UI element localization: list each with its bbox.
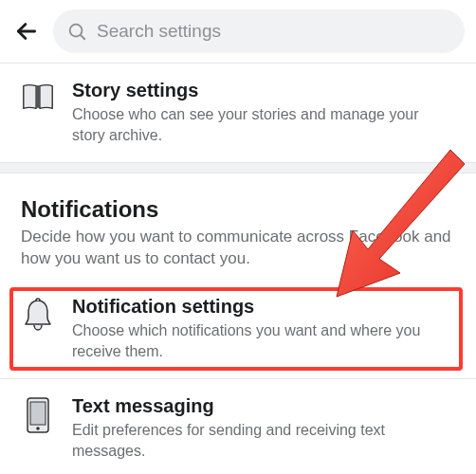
notif-desc: Choose which notifications you want and … — [72, 320, 453, 361]
settings-row-notification[interactable]: Notification settings Choose which notif… — [0, 278, 476, 378]
back-button[interactable] — [13, 18, 40, 45]
story-text: Story settings Choose who can see your s… — [72, 79, 453, 145]
svg-rect-4 — [30, 402, 46, 425]
search-placeholder: Search settings — [97, 21, 221, 42]
section-title: Notifications — [21, 196, 453, 223]
notif-title: Notification settings — [72, 295, 453, 319]
notif-text: Notification settings Choose which notif… — [72, 295, 453, 361]
phone-icon — [26, 396, 50, 434]
bell-icon-wrap — [19, 295, 57, 333]
search-icon — [66, 21, 87, 42]
svg-line-2 — [81, 35, 84, 39]
story-title: Story settings — [72, 79, 453, 102]
settings-row-story[interactable]: Story settings Choose who can see your s… — [0, 64, 476, 162]
arrow-left-icon — [14, 19, 39, 44]
textmsg-desc: Edit preferences for sending and receivi… — [72, 420, 453, 461]
bell-icon — [22, 297, 54, 333]
story-icon-wrap — [19, 79, 57, 113]
book-icon — [20, 81, 56, 113]
phone-icon-wrap — [19, 394, 57, 434]
textmsg-text: Text messaging Edit preferences for send… — [72, 394, 453, 461]
section-head-notifications: Notifications Decide how you want to com… — [0, 173, 476, 278]
header-bar: Search settings — [0, 0, 476, 63]
textmsg-title: Text messaging — [72, 394, 453, 418]
search-input[interactable]: Search settings — [53, 9, 465, 53]
settings-row-text-messaging[interactable]: Text messaging Edit preferences for send… — [0, 379, 476, 474]
section-gap — [0, 162, 476, 173]
story-desc: Choose who can see your stories and mana… — [72, 104, 453, 145]
section-subtitle: Decide how you want to communicate acros… — [21, 227, 453, 270]
svg-point-5 — [36, 427, 40, 430]
